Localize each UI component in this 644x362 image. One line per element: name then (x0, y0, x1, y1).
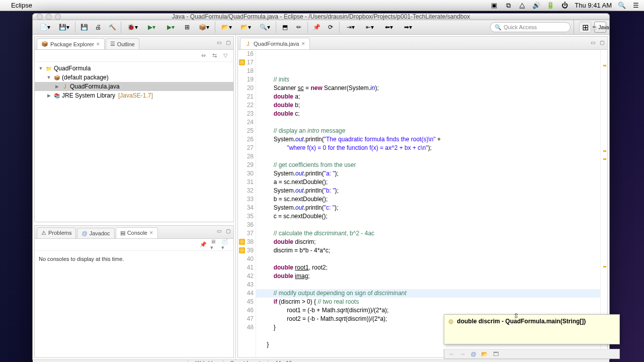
editor-view: J QuadFormula.java ✕ ▭ ▢ 161718192021222… (237, 36, 608, 358)
warning-marker-icon[interactable] (239, 239, 245, 245)
zoom-button[interactable] (55, 14, 61, 20)
outline-icon: ☰ (110, 41, 115, 47)
close-button[interactable] (37, 14, 43, 20)
status-bar: Writable Smart Insert 44 : 18 (33, 359, 609, 362)
debug-button[interactable]: 🐞▾ (123, 22, 141, 33)
status-insert-mode[interactable]: Smart Insert (223, 360, 268, 362)
toggle-mark-button[interactable]: ⬒ (278, 22, 291, 33)
java-file-node[interactable]: ▶J QuadFormula.java (35, 82, 233, 91)
notification-center-icon[interactable]: ☰ (632, 2, 640, 10)
collapse-all-icon[interactable]: ⇔ (199, 52, 207, 60)
code-area[interactable]: // inits Scanner sc = new Scanner(System… (256, 50, 600, 357)
editor-body[interactable]: 1617181920212223242526272829303132333435… (238, 50, 607, 357)
java-file-icon: J (61, 83, 68, 90)
overview-ruler[interactable] (600, 50, 607, 357)
package-icon: 📦 (53, 74, 60, 81)
package-node[interactable]: ▼📦 (default package) (35, 73, 233, 82)
project-icon: 📁 (45, 65, 52, 72)
close-tab-icon[interactable]: ✕ (149, 230, 153, 235)
outline-tab[interactable]: ☰ Outline (106, 38, 139, 49)
library-icon: 📚 (53, 92, 60, 99)
save-button[interactable]: 💾▾ (55, 22, 73, 33)
open-console-icon[interactable]: 📄▾ (221, 240, 229, 248)
view-menu-icon[interactable]: ▽ (221, 52, 229, 60)
clock[interactable]: Thu 9:41 AM (575, 2, 612, 9)
minimize-view-icon[interactable]: ▭ (589, 39, 596, 46)
eclipse-window: Java - QuadFormula/QuadFormula.java - Ec… (32, 13, 610, 360)
refresh-button[interactable]: ⟳ (324, 22, 337, 33)
javadoc-tab[interactable]: @ Javadoc (77, 228, 114, 238)
jre-node[interactable]: ▶📚 JRE System Library [JavaSE-1.7] (35, 91, 233, 100)
package-tree: ▼📁 QuadFormula ▼📦 (default package) ▶J Q… (35, 62, 233, 102)
window-titlebar[interactable]: Java - QuadFormula/QuadFormula.java - Ec… (33, 14, 609, 20)
spotlight-icon[interactable]: 🔍 (618, 2, 626, 10)
back-button[interactable]: ⬅▾ (380, 22, 398, 33)
coverage-button[interactable]: ⊞ (181, 22, 194, 33)
package-explorer-view: 📦 Package Explorer ✕ ☰ Outline ▭ ▢ (34, 36, 234, 222)
problems-icon: ⚠ (41, 230, 46, 236)
dropbox-icon[interactable]: ⧉ (504, 2, 512, 10)
status-writable[interactable]: Writable (188, 360, 222, 362)
minimize-button[interactable] (46, 14, 52, 20)
java-perspective-button[interactable]: ☕Java (594, 22, 606, 33)
build-button[interactable]: 🔨 (106, 22, 119, 33)
new-button[interactable]: 📄▾ (36, 22, 54, 33)
battery-icon[interactable]: 🔋 (546, 2, 554, 10)
console-message: No consoles to display at this time. (35, 251, 233, 267)
warning-marker-icon[interactable] (239, 59, 245, 65)
prev-annotation[interactable]: ⇤▾ (361, 22, 379, 33)
window-title: Java - QuadFormula/QuadFormula.java - Ec… (172, 13, 470, 20)
problems-tab[interactable]: ⚠ Problems (37, 227, 76, 238)
macos-menubar: Eclipse ▣ ⧉ ⧋ 🔊 🔋 ⏻ Thu 9:41 AM 🔍 ☰ (0, 0, 644, 11)
volume-icon[interactable]: 🔊 (532, 2, 540, 10)
app-menu[interactable]: Eclipse (11, 2, 32, 9)
forward-button[interactable]: ➡▾ (399, 22, 417, 33)
search-button[interactable]: 🔍▾ (256, 22, 274, 33)
console-icon: ▤ (120, 230, 125, 236)
run-button[interactable]: ▶▾ (142, 22, 160, 33)
maximize-view-icon[interactable]: ▢ (224, 39, 231, 46)
javadoc-icon: @ (82, 230, 87, 236)
new-class-button[interactable]: 📂▾ (236, 22, 255, 33)
print-button[interactable]: 🖨 (92, 22, 105, 33)
link-editor-icon[interactable]: ⇆ (210, 52, 218, 60)
close-tab-icon[interactable]: ✕ (301, 41, 305, 46)
console-view: ⚠ Problems @ Javadoc ▤ Console ✕ (34, 225, 234, 358)
screencast-icon[interactable]: ▣ (490, 2, 498, 10)
minimize-view-icon[interactable]: ▭ (215, 228, 222, 235)
project-node[interactable]: ▼📁 QuadFormula (35, 64, 233, 73)
pin-console-icon[interactable]: 📌 (199, 240, 207, 248)
maximize-view-icon[interactable]: ▢ (224, 228, 231, 235)
pin-button[interactable]: 📌 (310, 22, 323, 33)
line-gutter[interactable]: 1617181920212223242526272829303132333435… (238, 50, 256, 357)
java-file-icon: J (245, 40, 252, 47)
search-icon: 🔍 (495, 24, 502, 31)
editor-tab[interactable]: J QuadFormula.java ✕ (240, 38, 310, 49)
display-console-icon[interactable]: 🖥▾ (210, 240, 218, 248)
warning-marker-icon[interactable] (239, 247, 245, 253)
close-tab-icon[interactable]: ✕ (96, 42, 100, 47)
package-explorer-tab[interactable]: 📦 Package Explorer ✕ (37, 38, 105, 49)
console-tab[interactable]: ▤ Console ✕ (116, 227, 158, 238)
run-last-button[interactable]: ▶▾ (162, 22, 180, 33)
next-annotation[interactable]: ⇥▾ (342, 22, 360, 33)
wifi-icon[interactable]: ⧋ (518, 2, 526, 10)
open-type-button[interactable]: 📂▾ (217, 22, 235, 33)
maximize-view-icon[interactable]: ▢ (598, 39, 605, 46)
charge-icon[interactable]: ⏻ (560, 2, 569, 10)
toggle-highlight-button[interactable]: ✏ (292, 22, 305, 33)
package-icon: 📦 (41, 41, 48, 47)
minimize-view-icon[interactable]: ▭ (215, 39, 222, 46)
status-cursor-pos[interactable]: 44 : 18 (268, 360, 299, 362)
save-all-button[interactable]: 💾 (77, 22, 91, 33)
new-package-button[interactable]: 📦▾ (195, 22, 213, 33)
quick-access-input[interactable]: 🔍 Quick Access (490, 22, 571, 32)
main-toolbar: 📄▾ 💾▾ 💾 🖨 🔨 🐞▾ ▶▾ ▶▾ ⊞ 📦▾ 📂▾ 📂▾ 🔍▾ ⬒ ✏ 📌… (33, 20, 609, 35)
open-perspective-button[interactable]: ⊞ (579, 22, 591, 33)
